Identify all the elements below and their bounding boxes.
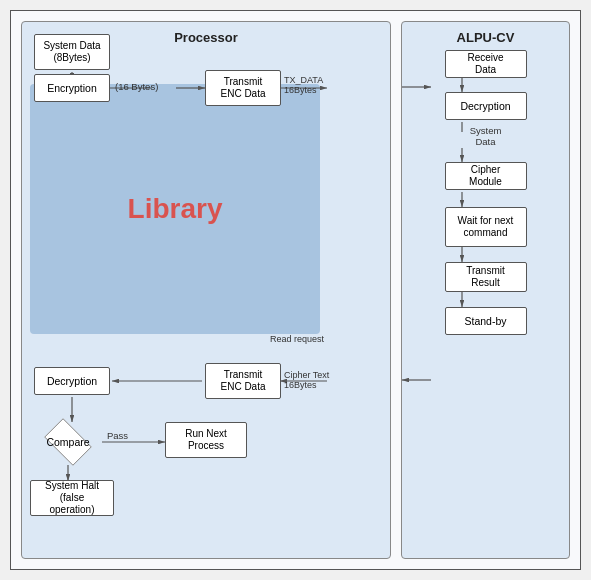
sixteen-bytes-label: (16 Bytes) — [115, 81, 158, 92]
transmit-enc-top-box: Transmit ENC Data — [205, 70, 281, 106]
run-next-box: Run Next Process — [165, 422, 247, 458]
main-container: Processor Library — [10, 10, 581, 570]
decryption-proc-box: Decryption — [34, 367, 110, 395]
decryption-alpu-box: Decryption — [445, 92, 527, 120]
library-label: Library — [128, 193, 223, 225]
wait-command-box: Wait for next command — [445, 207, 527, 247]
system-data-box: System Data (8Bytes) — [34, 34, 110, 70]
transmit-enc-bot-box: Transmit ENC Data — [205, 363, 281, 399]
stand-by-box: Stand-by — [445, 307, 527, 335]
library-area: Library — [30, 84, 320, 334]
transmit-result-box: Transmit Result — [445, 262, 527, 292]
processor-section: Processor Library — [21, 21, 391, 559]
system-data-alpu-label: System Data — [470, 125, 502, 147]
alpu-section: ALPU-CV Receive Data Decryptio — [401, 21, 570, 559]
tx-data-label: TX_DATA 16Bytes — [284, 75, 323, 95]
system-halt-box: System Halt (false operation) — [30, 480, 114, 516]
compare-label: Compare — [34, 418, 102, 466]
alpu-title: ALPU-CV — [410, 30, 561, 45]
cipher-text-label: Cipher Text 16Bytes — [284, 370, 329, 390]
cipher-module-box: Cipher Module — [445, 162, 527, 190]
read-request-label: Read request — [270, 334, 325, 344]
pass-label: Pass — [107, 430, 128, 441]
encryption-box: Encryption — [34, 74, 110, 102]
receive-data-box: Receive Data — [445, 50, 527, 78]
